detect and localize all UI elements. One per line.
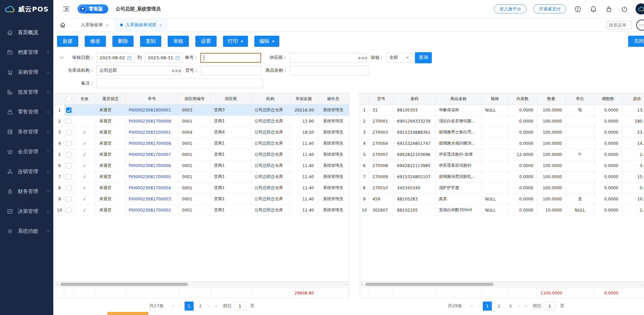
menu-search-input[interactable] — [607, 21, 632, 29]
row-checkbox[interactable] — [66, 119, 72, 124]
bottom-floating-widget[interactable] — [107, 312, 148, 315]
lock-icon[interactable] — [605, 5, 613, 13]
horizontal-scrollbar[interactable]: ‹ › — [55, 281, 349, 287]
table-row[interactable]: 62700086942822113985伊采莲美容洗脸扑0.0000100.00… — [360, 160, 644, 171]
page-number-button[interactable]: 1 — [483, 302, 492, 311]
scrollbar-thumb[interactable] — [365, 283, 494, 286]
table-row[interactable]: 4√未退货PI0000230817000080001货商1公司总部总仓库11.4… — [55, 138, 349, 149]
table-row[interactable]: 8270010345345345清炉护手霜0.0000100.00000.000… — [360, 182, 644, 193]
table-row[interactable]: 42700046915324851747妮维雅水感闪耀润...0.0000100… — [360, 138, 644, 149]
row-checkbox[interactable] — [66, 185, 72, 191]
table-row[interactable]: 52700076942822103696伊采莲洗脸扑-加厚12.0000100.… — [360, 149, 644, 160]
column-header-inner_qty[interactable]: 内装数 — [508, 93, 537, 104]
power-icon[interactable] — [621, 5, 628, 13]
sidebar-item-finance[interactable]: 财务管理› — [0, 183, 53, 200]
row-checkbox[interactable] — [66, 152, 72, 157]
order-no-link[interactable]: PI000023081700007 — [129, 152, 171, 157]
order-no-link[interactable]: PI000023081800001 — [129, 108, 171, 113]
edit-dropdown-button[interactable]: 编辑 — [254, 36, 279, 47]
first-page-button[interactable]: « — [171, 303, 176, 309]
column-header-unit[interactable]: 单位 — [566, 93, 594, 104]
row-checkbox[interactable] — [66, 141, 72, 146]
scroll-left-icon[interactable]: ‹ — [360, 282, 365, 287]
delete-button[interactable]: 删除 — [112, 36, 134, 47]
scroll-left-icon[interactable]: ‹ — [55, 282, 60, 287]
home-tab-icon[interactable] — [59, 22, 66, 28]
more-menu-button[interactable]: ⋯ — [636, 20, 644, 31]
tab-inactive[interactable]: 入库验收单× — [76, 18, 115, 32]
table-row[interactable]: 7√未退货PI0000230817000050001货商1公司总部总仓库11.4… — [55, 171, 349, 182]
table-row[interactable]: 6√未退货PI0000230817000060001货商1公司总部总仓库11.4… — [55, 160, 349, 171]
table-row[interactable]: 945988105283厨具NULL0.0000100.0000盒0.00001… — [360, 193, 644, 204]
item-no-input[interactable] — [201, 66, 261, 75]
table-row[interactable]: 10√未退货PI0000230817000020001货商1公司总部总仓库11.… — [55, 204, 349, 216]
version-badge[interactable]: 零售版 — [78, 4, 108, 13]
table-row[interactable]: 32700036915324888361妮维雅男士焕白亮...0.0000100… — [360, 127, 644, 138]
order-no-link[interactable]: PI000023081700008 — [129, 141, 171, 146]
prev-page-button[interactable]: ‹ — [178, 303, 182, 309]
page-number-button[interactable]: 2 — [196, 302, 205, 311]
column-header-supplier[interactable]: 供应商 — [211, 93, 251, 104]
warehouse-input[interactable] — [97, 66, 172, 75]
print-dropdown-button[interactable]: 打印 — [223, 36, 248, 47]
warehouse-lookup-button[interactable]: ●●● — [172, 66, 180, 75]
sidebar-item-home[interactable]: 首页概况 — [0, 24, 53, 41]
sidebar-item-member[interactable]: 会员管理› — [0, 143, 53, 160]
supplier-input[interactable] — [290, 53, 359, 62]
column-header-order_no[interactable]: 单号 — [125, 93, 178, 104]
collapse-sidebar-icon[interactable] — [63, 6, 69, 12]
table-row[interactable]: 1030280788102105宽袋白米醋350mlNULL0.000010.0… — [360, 204, 644, 216]
table-row[interactable]: 1未退货PI0000230818000010003货商3公司总部总仓库29216… — [55, 104, 349, 116]
row-checkbox[interactable] — [66, 163, 72, 168]
close-button[interactable]: 关闭 — [628, 36, 644, 47]
column-header-return_status[interactable]: 退货状态 — [96, 93, 125, 104]
date-from-input[interactable]: 2023-08-02 — [96, 53, 134, 63]
query-button[interactable]: 查询 — [415, 52, 432, 63]
sidebar-item-purchase[interactable]: 采购管理› — [0, 64, 53, 81]
column-header-operator[interactable]: 操作员 — [317, 93, 349, 104]
last-page-button[interactable]: » — [214, 303, 219, 309]
order-no-link[interactable]: PI000023081700003 — [129, 197, 171, 201]
column-header-product[interactable]: 商品名称 — [436, 93, 482, 104]
page-number-button[interactable]: 3 — [506, 302, 515, 311]
column-header-amount[interactable]: 单据金额 — [290, 93, 317, 104]
close-tab-icon[interactable]: × — [106, 23, 109, 28]
product-name-input[interactable] — [290, 66, 368, 75]
copy-button[interactable]: 复制 — [140, 36, 161, 47]
column-header-supplier_code[interactable]: 供应商编号 — [178, 93, 211, 104]
bell-icon[interactable] — [590, 5, 597, 13]
order-no-link[interactable]: PI000023081700006 — [129, 163, 171, 168]
row-checkbox[interactable] — [66, 208, 72, 213]
table-row[interactable]: 22700016901294333239清妃白金至臻恒颜...0.0000100… — [360, 116, 644, 127]
collapse-filter-icon[interactable] — [59, 56, 67, 59]
table-row[interactable]: 8√未退货PI0000230817000040001货商1公司总部总仓库11.4… — [55, 182, 349, 193]
order-no-link[interactable]: PI000023081700009 — [129, 119, 171, 124]
user-avatar[interactable] — [636, 3, 644, 14]
column-header-item_no[interactable]: 货号 — [369, 93, 394, 104]
sidebar-item-archive[interactable]: 档案管理› — [0, 44, 53, 61]
goto-page-input[interactable]: 1 — [234, 302, 246, 310]
order-no-input[interactable] — [200, 53, 261, 63]
prev-page-button[interactable]: ‹ — [476, 303, 480, 309]
tab-active[interactable]: 入库验收单浏览× — [115, 18, 168, 32]
remark-input[interactable] — [96, 78, 263, 88]
order-no-link[interactable]: PI000023081700002 — [129, 208, 171, 213]
sidebar-item-system[interactable]: 系统功能› — [0, 223, 53, 240]
sidebar-item-wholesale[interactable]: 批发管理› — [0, 84, 53, 100]
page-number-button[interactable]: 2 — [494, 302, 503, 311]
column-header-qty[interactable]: 数量 — [537, 93, 566, 104]
scroll-right-icon[interactable]: › — [640, 282, 644, 287]
table-row[interactable]: 9√未退货PI0000230817000030001货商1公司总部总仓库11.4… — [55, 193, 349, 204]
activate-wei-pay-button[interactable]: 开通威支付 — [533, 4, 566, 13]
close-tab-icon[interactable]: × — [159, 23, 163, 28]
select-all-checkbox[interactable] — [66, 96, 72, 101]
order-no-link[interactable]: PI000023083100001 — [129, 130, 171, 135]
new-button[interactable]: 新建 — [57, 36, 78, 47]
sidebar-item-retail[interactable]: 零售管理› — [0, 103, 53, 120]
scroll-right-icon[interactable]: › — [344, 282, 349, 287]
column-header-barcode[interactable]: 条码 — [394, 93, 436, 104]
goto-page-input[interactable]: 1 — [544, 302, 556, 310]
column-header-effective[interactable]: 生效 — [73, 93, 96, 104]
notice-icon[interactable] — [574, 5, 582, 13]
date-to-input[interactable]: 2023-08-31 — [145, 53, 183, 63]
